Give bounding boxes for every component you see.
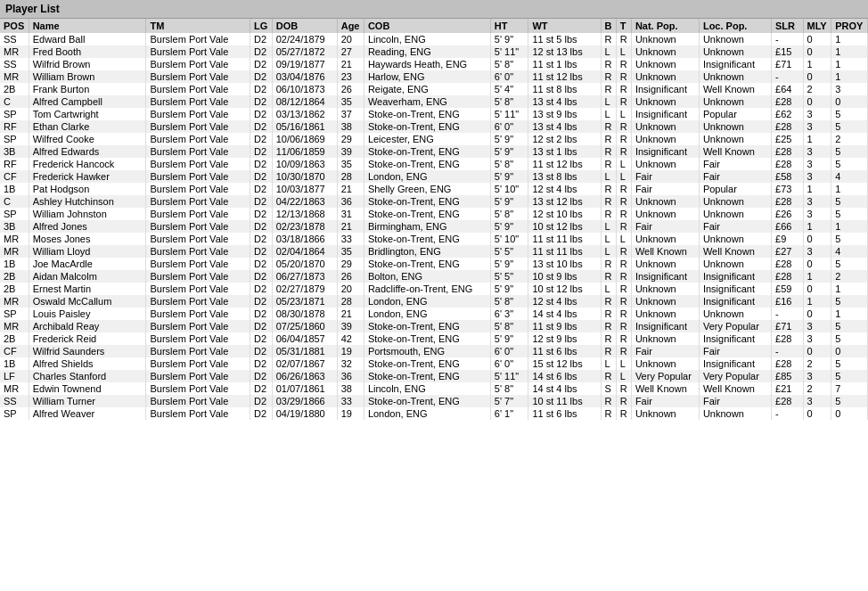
cell-wt: 14 st 4 lbs	[528, 308, 601, 320]
table-row[interactable]: 2BFrederick ReidBurslem Port ValeD206/04…	[0, 332, 868, 345]
cell-name: Aidan Malcolm	[29, 270, 146, 283]
cell-ht: 6' 0"	[490, 357, 528, 370]
table-row[interactable]: SPWilfred CookeBurslem Port ValeD210/06/…	[0, 133, 868, 145]
cell-b: S	[601, 382, 616, 395]
table-row[interactable]: MRWilliam LloydBurslem Port ValeD202/04/…	[0, 245, 868, 258]
table-row[interactable]: MRWilliam BrownBurslem Port ValeD203/04/…	[0, 70, 868, 83]
table-row[interactable]: LFCharles StanfordBurslem Port ValeD206/…	[0, 370, 868, 382]
table-row[interactable]: 2BAidan MalcolmBurslem Port ValeD206/27/…	[0, 270, 868, 283]
table-row[interactable]: CAshley HutchinsonBurslem Port ValeD204/…	[0, 195, 868, 208]
table-row[interactable]: 2BErnest MartinBurslem Port ValeD202/27/…	[0, 283, 868, 295]
cell-wt: 13 st 10 lbs	[528, 258, 601, 270]
table-row[interactable]: 1BJoe MacArdleBurslem Port ValeD205/20/1…	[0, 258, 868, 270]
cell-pos: SP	[0, 108, 29, 120]
cell-lg: D2	[250, 33, 273, 45]
cell-locpop: Unknown	[699, 208, 771, 220]
cell-age: 35	[337, 95, 364, 108]
table-row[interactable]: MRFred BoothBurslem Port ValeD205/27/187…	[0, 45, 868, 58]
table-row[interactable]: CFFrederick HawkerBurslem Port ValeD210/…	[0, 170, 868, 183]
table-row[interactable]: SPTom CartwrightBurslem Port ValeD203/13…	[0, 108, 868, 120]
cell-locpop: Well Known	[699, 83, 771, 95]
table-row[interactable]: SPWilliam JohnstonBurslem Port ValeD212/…	[0, 208, 868, 220]
cell-slr: -	[772, 407, 803, 420]
cell-locpop: Unknown	[699, 195, 771, 208]
title-bar: Player List	[0, 0, 868, 19]
cell-cob: Stoke-on-Trent, ENG	[364, 195, 490, 208]
cell-mly: 3	[803, 208, 831, 220]
table-row[interactable]: MREdwin TownendBurslem Port ValeD201/07/…	[0, 382, 868, 395]
cell-cob: Portsmouth, ENG	[364, 345, 490, 357]
cell-dob: 02/23/1878	[272, 220, 337, 233]
cell-mly: 3	[803, 370, 831, 382]
table-row[interactable]: MRMoses JonesBurslem Port ValeD203/18/18…	[0, 233, 868, 245]
cell-t: R	[616, 382, 631, 395]
cell-pos: SP	[0, 133, 29, 145]
table-row[interactable]: 1BAlfred ShieldsBurslem Port ValeD202/07…	[0, 357, 868, 370]
cell-natpop: Unknown	[631, 283, 699, 295]
cell-locpop: Fair	[699, 345, 771, 357]
table-row[interactable]: SPAlfred WeaverBurslem Port ValeD204/19/…	[0, 407, 868, 420]
table-row[interactable]: RFEthan ClarkeBurslem Port ValeD205/16/1…	[0, 120, 868, 133]
cell-t: R	[616, 195, 631, 208]
cell-proy: 5	[831, 158, 868, 170]
cell-ht: 5' 9"	[490, 258, 528, 270]
cell-proy: 1	[831, 45, 868, 58]
cell-age: 39	[337, 145, 364, 158]
table-row[interactable]: SSWilliam TurnerBurslem Port ValeD203/29…	[0, 395, 868, 407]
cell-slr: £66	[772, 220, 803, 233]
cell-natpop: Unknown	[631, 58, 699, 70]
cell-lg: D2	[250, 320, 273, 332]
cell-locpop: Unknown	[699, 70, 771, 83]
cell-ht: 5' 10"	[490, 233, 528, 245]
table-row[interactable]: CAlfred CampbellBurslem Port ValeD208/12…	[0, 95, 868, 108]
cell-locpop: Insignificant	[699, 270, 771, 283]
table-row[interactable]: 2BFrank BurtonBurslem Port ValeD206/10/1…	[0, 83, 868, 95]
table-row[interactable]: 3BAlfred EdwardsBurslem Port ValeD211/06…	[0, 145, 868, 158]
cell-lg: D2	[250, 83, 273, 95]
cell-age: 38	[337, 120, 364, 133]
cell-t: L	[616, 357, 631, 370]
table-row[interactable]: RFFrederick HancockBurslem Port ValeD210…	[0, 158, 868, 170]
cell-age: 21	[337, 58, 364, 70]
table-row[interactable]: CFWilfrid SaundersBurslem Port ValeD205/…	[0, 345, 868, 357]
cell-name: Oswald McCallum	[29, 295, 146, 308]
cell-dob: 10/09/1863	[272, 158, 337, 170]
cell-natpop: Unknown	[631, 45, 699, 58]
cell-slr: -	[772, 70, 803, 83]
cell-tm: Burslem Port Vale	[146, 120, 250, 133]
cell-dob: 03/13/1862	[272, 108, 337, 120]
table-row[interactable]: 3BAlfred JonesBurslem Port ValeD202/23/1…	[0, 220, 868, 233]
table-row[interactable]: MROswald McCallumBurslem Port ValeD205/2…	[0, 295, 868, 308]
cell-ht: 6' 0"	[490, 345, 528, 357]
col-header-pos: POS	[0, 19, 29, 33]
cell-dob: 08/30/1878	[272, 308, 337, 320]
cell-pos: C	[0, 95, 29, 108]
cell-locpop: Fair	[699, 170, 771, 183]
cell-proy: 5	[831, 395, 868, 407]
cell-tm: Burslem Port Vale	[146, 320, 250, 332]
cell-dob: 05/31/1881	[272, 345, 337, 357]
cell-t: R	[616, 395, 631, 407]
cell-t: R	[616, 258, 631, 270]
cell-pos: MR	[0, 382, 29, 395]
col-header-locpop: Loc. Pop.	[699, 19, 771, 33]
cell-dob: 03/29/1866	[272, 395, 337, 407]
table-row[interactable]: 1BPat HodgsonBurslem Port ValeD210/03/18…	[0, 183, 868, 195]
table-row[interactable]: SSWilfrid BrownBurslem Port ValeD209/19/…	[0, 58, 868, 70]
cell-proy: 5	[831, 195, 868, 208]
cell-pos: 3B	[0, 220, 29, 233]
cell-natpop: Unknown	[631, 195, 699, 208]
cell-cob: Stoke-on-Trent, ENG	[364, 370, 490, 382]
cell-pos: SS	[0, 395, 29, 407]
table-row[interactable]: MRArchibald ReayBurslem Port ValeD207/25…	[0, 320, 868, 332]
cell-lg: D2	[250, 95, 273, 108]
table-row[interactable]: SSEdward BallBurslem Port ValeD202/24/18…	[0, 33, 868, 45]
table-row[interactable]: SPLouis PaisleyBurslem Port ValeD208/30/…	[0, 308, 868, 320]
cell-slr: £28	[772, 158, 803, 170]
cell-b: R	[601, 70, 616, 83]
cell-t: R	[616, 245, 631, 258]
cell-locpop: Fair	[699, 220, 771, 233]
cell-mly: 0	[803, 95, 831, 108]
cell-ht: 5' 8"	[490, 158, 528, 170]
cell-name: Ethan Clarke	[29, 120, 146, 133]
